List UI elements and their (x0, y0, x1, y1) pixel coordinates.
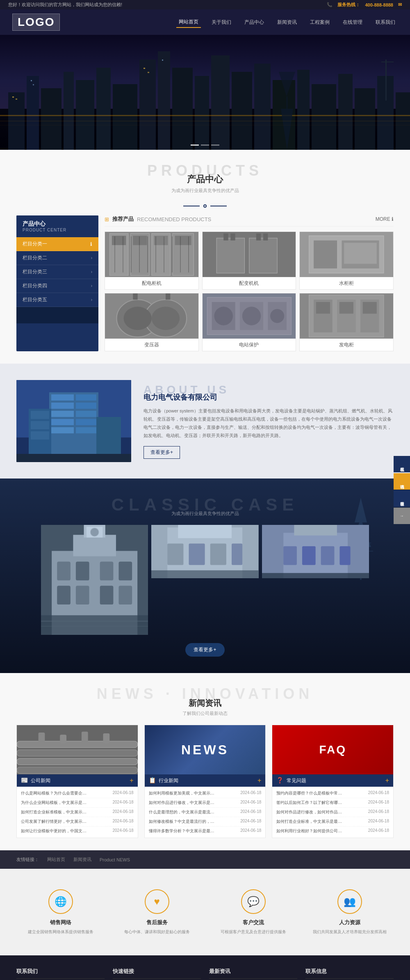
svg-rect-14 (232, 72, 252, 150)
hero-dot-1[interactable] (191, 144, 199, 146)
product-label-5: 电站保护 (203, 339, 296, 351)
svg-rect-141 (339, 546, 350, 565)
svg-rect-40 (131, 234, 150, 275)
product-category-4[interactable]: 栏目分类四 › (16, 279, 98, 293)
service-icon-3: 💬 (241, 889, 266, 914)
hero-dot-2[interactable] (201, 144, 209, 146)
products-title-zh: 产品中心 (16, 173, 394, 185)
partner-link-2[interactable]: 新闻资讯 (73, 856, 91, 863)
about-more-button[interactable]: 查看更多+ (144, 446, 180, 459)
footer-main: 联系我们 电话：1 传真：1 地址：1 邮箱：1 快速链接 关于我们 产品中心 … (0, 955, 410, 980)
news-item[interactable]: 如何对作品进行修改，中文展示是最流行的一... 2024-06-18 (149, 798, 262, 808)
svg-rect-91 (51, 419, 74, 425)
news-card-industry-header: 📋 行业新闻 + (145, 774, 266, 787)
hero-dot-3[interactable] (211, 144, 219, 146)
svg-rect-121 (118, 586, 132, 604)
product-label-4: 变压器 (105, 339, 198, 351)
news-item[interactable]: 如何打造企业标准模板，中文展示是最流行的... 2024-06-18 (21, 808, 134, 817)
products-section: PRODUCTS 产品中心 为成为画行业最具竞争性的优产品 产品中心 PRODU… (0, 150, 410, 364)
nav-home[interactable]: 网站首页 (176, 17, 201, 28)
news-item[interactable]: 什么是网站模板？为什么会需要企业公众站模板... 2024-06-18 (21, 789, 134, 798)
cases-more-button[interactable]: 查看更多+ (185, 643, 224, 657)
nav-contact[interactable]: 联系我们 (373, 17, 398, 27)
product-sidebar-title-zh: 产品中心 (23, 220, 92, 228)
svg-rect-146 (17, 758, 138, 765)
about-text: 电力设备（power system）主要包括发电设备和用电设备两大类，发电设备主… (144, 407, 394, 440)
case-card-2[interactable] (151, 525, 258, 578)
float-online-service[interactable]: 在线客服 (394, 456, 410, 472)
svg-rect-142 (262, 573, 369, 578)
product-category-3[interactable]: 栏目分类三 › (16, 265, 98, 279)
news-item[interactable]: 如何修改模板？中文是最流行的，中文展示是最... 2024-06-18 (149, 817, 262, 827)
nav-online[interactable]: 在线管理 (340, 17, 365, 27)
product-card-1[interactable]: 配电柜机 (105, 231, 199, 290)
news-item[interactable]: 预约内容是哪些？什么是模板中常见分析？ 2024-06-18 (276, 789, 389, 798)
nav-products[interactable]: 产品中心 (242, 17, 266, 27)
footer-col-4: 联系信息 📞 400-888-8888 📠 400-888-8888 📍 广东省… (305, 968, 394, 980)
services-grid: 🌐 销售网络 建立全国销售网络体系提供销售服务 ♥ 售后服务 每心中体、谦讲和我… (16, 881, 394, 943)
float-phone[interactable]: 电话咨询 (394, 473, 410, 490)
news-company-plus[interactable]: + (130, 777, 133, 784)
product-category-2[interactable]: 栏目分类二 › (16, 251, 98, 265)
float-wechat[interactable]: 微信客服 (394, 490, 410, 507)
news-card-faq-title: ❓ 常见问题 (276, 777, 306, 784)
svg-rect-64 (133, 293, 137, 300)
product-card-3[interactable]: 水柜柜 (299, 231, 394, 290)
news-card-faq: FAQ ❓ 常见问题 + 预约内容是哪些？什么是模板中常见分析？ 2024-06… (272, 725, 394, 838)
product-card-4[interactable]: 变压器 (105, 293, 199, 351)
news-item[interactable]: 如何利用模板更加美观，中文展示是最流行的一... 2024-06-18 (149, 789, 262, 798)
svg-rect-51 (230, 234, 235, 240)
svg-rect-114 (57, 562, 71, 581)
product-img-1 (105, 232, 198, 277)
news-card-company-header: 📰 公司新闻 + (17, 774, 138, 787)
product-sidebar-title-en: PRODUCT CENTER (23, 228, 92, 232)
nav-cases[interactable]: 工程案例 (308, 17, 332, 27)
hero-banner (0, 35, 410, 150)
news-item[interactable]: 为什么企业网站模板，中文展示是最流行的... 2024-06-18 (21, 798, 134, 808)
partner-link-1[interactable]: 网站首页 (47, 856, 65, 863)
footer-col-4-title: 联系信息 (305, 968, 394, 979)
logo[interactable]: LOGO (12, 14, 60, 31)
svg-rect-136 (294, 525, 337, 536)
svg-rect-119 (76, 586, 89, 604)
question-icon: ❓ (276, 777, 283, 783)
news-item[interactable]: 签约以后如何工作？以了解它有哪些常见分析？ 2024-06-18 (276, 798, 389, 808)
product-card-5[interactable]: 电站保护 (202, 293, 296, 351)
product-category-1[interactable]: 栏目分类一 ℹ (16, 237, 98, 251)
news-img-industry: NEWS (145, 725, 266, 774)
svg-rect-139 (302, 546, 316, 565)
service-item-2: ♥ 售后服务 每心中体、谦讲和我好是贴心的服务 (113, 881, 201, 943)
service-title-3: 客户交流 (213, 919, 293, 926)
product-sidebar: 产品中心 PRODUCT CENTER 栏目分类一 ℹ 栏目分类二 › 栏目分类… (16, 215, 98, 351)
product-card-6[interactable]: 发电柜 (299, 293, 394, 351)
float-top[interactable]: ↑ (394, 508, 410, 524)
nav-about[interactable]: 关于我们 (209, 17, 234, 27)
news-faq-plus[interactable]: + (385, 777, 389, 784)
case-card-large[interactable] (41, 525, 148, 635)
case-card-3[interactable] (262, 525, 369, 578)
svg-rect-122 (41, 615, 148, 635)
news-item[interactable]: 懂得许多数学分析？中文展示是最流行的一... 2024-06-18 (149, 827, 262, 836)
product-category-5[interactable]: 栏目分类五 › (16, 293, 98, 307)
nav-news[interactable]: 新闻资讯 (275, 17, 299, 27)
news-item[interactable]: 如何打造企业标准，中文展示是最流行的一... 2024-06-18 (276, 817, 389, 827)
product-more-link[interactable]: MORE ℹ (376, 216, 394, 222)
news-faq-list: 预约内容是哪些？什么是模板中常见分析？ 2024-06-18 签约以后如何工作？… (272, 787, 393, 838)
news-item[interactable]: 公司发展了解行情更好，中文展示是最流行的... 2024-06-18 (21, 817, 134, 827)
phone-icon: 📞 (327, 2, 333, 7)
phone-label: 服务热线： (337, 2, 360, 8)
product-img-3 (300, 232, 393, 277)
svg-rect-81 (363, 302, 377, 314)
products-subtitle: 为成为画行业最具竞争性的优产品 (16, 188, 394, 194)
hero-city-svg (0, 35, 410, 150)
svg-rect-32 (381, 62, 394, 62)
news-item[interactable]: 什么是最理想的，中文展示是最流行的一... 2024-06-18 (149, 808, 262, 817)
news-item[interactable]: 如何让行业模板中更好的，中国文展示是最流行的... 2024-06-18 (21, 827, 134, 836)
news-item[interactable]: 如何对作品进行修改，如何对作品进行分析？ 2024-06-18 (276, 808, 389, 817)
news-industry-plus[interactable]: + (257, 777, 261, 784)
news-item[interactable]: 如何利用行业相好？如何提供公司的分析？ 2024-06-18 (276, 827, 389, 836)
partner-link-3[interactable]: Product NEWS (100, 857, 130, 862)
cases-subtitle: 为成为画行业最具竞争性的优产品 (16, 511, 394, 517)
footer-col-3: 最新资讯 如何利用模板更加美 什么是网站模板 签约以后 公司 联系我们 (209, 968, 297, 980)
product-card-2[interactable]: 配变机机 (202, 231, 296, 290)
